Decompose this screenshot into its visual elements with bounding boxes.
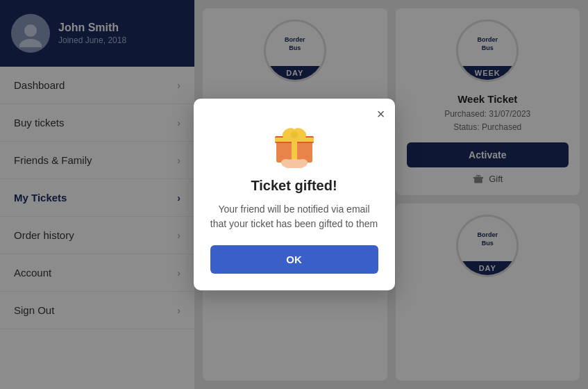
svg-point-10 <box>291 131 298 138</box>
ok-button[interactable]: OK <box>210 245 378 274</box>
svg-point-12 <box>281 159 291 166</box>
modal-overlay[interactable]: × <box>0 0 588 389</box>
app-container: John Smith Joined June, 2018 Dashboard ›… <box>0 0 588 389</box>
modal-body: Your friend will be notified via email t… <box>210 202 378 231</box>
modal-dialog: × <box>194 99 395 290</box>
modal-title: Ticket gifted! <box>210 178 378 194</box>
gift-illustration-svg <box>269 118 319 168</box>
close-button[interactable]: × <box>377 107 385 121</box>
gift-illustration <box>269 118 319 168</box>
svg-point-13 <box>298 159 308 166</box>
